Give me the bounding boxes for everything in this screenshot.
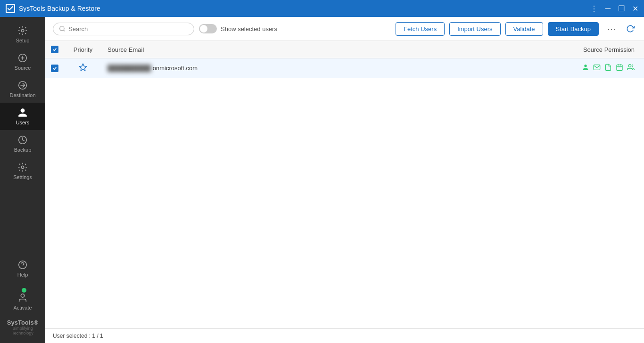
row-priority-cell	[64, 58, 102, 78]
more-options-button[interactable]: ⋯	[603, 22, 619, 36]
sidebar-item-activate[interactable]: Activate	[0, 282, 45, 315]
status-text: User selected : 1 / 1	[53, 333, 103, 339]
destination-label: Destination	[9, 92, 35, 98]
user-icon	[582, 64, 589, 71]
users-table: Priority Source Email Source Permission	[45, 41, 644, 78]
refresh-icon	[626, 24, 635, 33]
minimize-button[interactable]: ─	[605, 4, 611, 13]
star-icon[interactable]	[79, 66, 87, 73]
activate-label: Activate	[13, 305, 32, 310]
star-svg	[79, 63, 87, 72]
email-domain: onmicrosoft.com	[153, 65, 198, 72]
sidebar-item-backup[interactable]: Backup	[0, 130, 45, 157]
source-label: Source	[15, 65, 31, 71]
settings-icon	[17, 162, 28, 172]
svg-point-1	[21, 29, 24, 32]
sidebar-item-users[interactable]: Users	[0, 103, 45, 130]
app-body: Setup Source Destination Users	[0, 17, 644, 343]
row-email-cell: ██████████ onmicrosoft.com	[102, 58, 427, 78]
validate-button[interactable]: Validate	[505, 22, 543, 36]
sidebar-item-settings[interactable]: Settings	[0, 157, 45, 185]
close-button[interactable]: ✕	[632, 4, 638, 13]
toggle-container: Show selected users	[199, 24, 277, 33]
svg-point-7	[21, 294, 24, 297]
brand-logo: SysTools® Simplifying Technology	[0, 315, 45, 339]
search-input[interactable]	[68, 25, 188, 33]
activate-status-dot	[21, 287, 27, 294]
row-checkbox-cell	[45, 58, 64, 78]
help-label: Help	[17, 272, 28, 278]
svg-point-8	[60, 26, 64, 31]
user-permission-icon	[582, 64, 589, 73]
doc-permission-icon	[604, 64, 612, 73]
main-content: Show selected users Fetch Users Import U…	[45, 17, 644, 343]
sidebar-item-setup[interactable]: Setup	[0, 21, 45, 48]
import-users-button[interactable]: Import Users	[449, 22, 500, 36]
mail-permission-icon	[593, 64, 601, 73]
app-title: SysTools Backup & Restore	[19, 5, 100, 12]
backup-label: Backup	[14, 147, 32, 153]
header-priority: Priority	[64, 41, 102, 58]
table-row: ██████████ onmicrosoft.com	[45, 58, 644, 78]
sidebar-bottom: Help Activate SysTools® Simplifying Tech…	[0, 255, 45, 343]
titlebar-left: SysTools Backup & Restore	[6, 4, 100, 13]
calendar-icon	[616, 64, 623, 71]
maximize-button[interactable]: ❐	[618, 4, 625, 13]
header-source-email: Source Email	[102, 41, 427, 58]
email-blurred-part: ██████████	[107, 65, 151, 72]
svg-rect-10	[617, 65, 622, 70]
sidebar-item-source[interactable]: Source	[0, 48, 45, 75]
source-icon	[17, 53, 28, 63]
brand-tagline: Simplifying Technology	[4, 326, 41, 335]
table-header: Priority Source Email Source Permission	[45, 41, 644, 58]
table-body: ██████████ onmicrosoft.com	[45, 58, 644, 78]
header-source-permission: Source Permission	[427, 41, 644, 58]
show-selected-toggle[interactable]	[199, 24, 217, 33]
sidebar: Setup Source Destination Users	[0, 17, 45, 343]
users-icon	[17, 107, 28, 118]
doc-icon	[604, 64, 612, 71]
row-checkmark-icon	[52, 66, 57, 71]
header-row: Priority Source Email Source Permission	[45, 41, 644, 58]
sidebar-item-help[interactable]: Help	[0, 255, 45, 282]
svg-point-5	[21, 166, 24, 169]
fetch-users-button[interactable]: Fetch Users	[396, 22, 445, 36]
activate-icon	[17, 293, 28, 303]
permission-icons	[432, 64, 635, 73]
calendar-permission-icon	[616, 64, 623, 73]
start-backup-button[interactable]: Start Backup	[548, 22, 599, 36]
contacts-permission-icon	[627, 64, 635, 73]
help-icon	[17, 260, 28, 270]
row-checkbox[interactable]	[51, 65, 58, 72]
select-all-checkbox[interactable]	[51, 46, 58, 53]
sidebar-item-destination[interactable]: Destination	[0, 75, 45, 103]
row-permission-cell	[427, 58, 644, 78]
svg-point-14	[628, 65, 631, 67]
table-container: Priority Source Email Source Permission	[45, 41, 644, 328]
toolbar: Show selected users Fetch Users Import U…	[45, 17, 644, 41]
contacts-icon	[627, 64, 635, 71]
checkmark-icon	[52, 47, 57, 52]
titlebar: SysTools Backup & Restore ⋮ ─ ❐ ✕	[0, 0, 644, 17]
destination-icon	[17, 80, 28, 90]
search-icon	[59, 25, 66, 32]
users-label: Users	[16, 120, 30, 125]
backup-icon	[17, 135, 28, 145]
mail-icon	[593, 64, 601, 71]
svg-point-6	[19, 261, 27, 269]
settings-label: Settings	[13, 174, 32, 180]
toggle-label: Show selected users	[221, 25, 277, 33]
svg-marker-9	[80, 64, 87, 71]
header-checkbox-cell	[45, 41, 64, 58]
refresh-button[interactable]	[624, 23, 636, 35]
brand-name: SysTools®	[4, 319, 41, 326]
setup-icon	[17, 25, 28, 36]
app-icon	[6, 4, 15, 13]
menu-icon[interactable]: ⋮	[590, 4, 598, 13]
toggle-knob	[200, 25, 207, 33]
setup-label: Setup	[16, 38, 30, 43]
search-box[interactable]	[53, 23, 194, 35]
status-bar: User selected : 1 / 1	[45, 328, 644, 343]
window-controls: ⋮ ─ ❐ ✕	[590, 4, 638, 13]
